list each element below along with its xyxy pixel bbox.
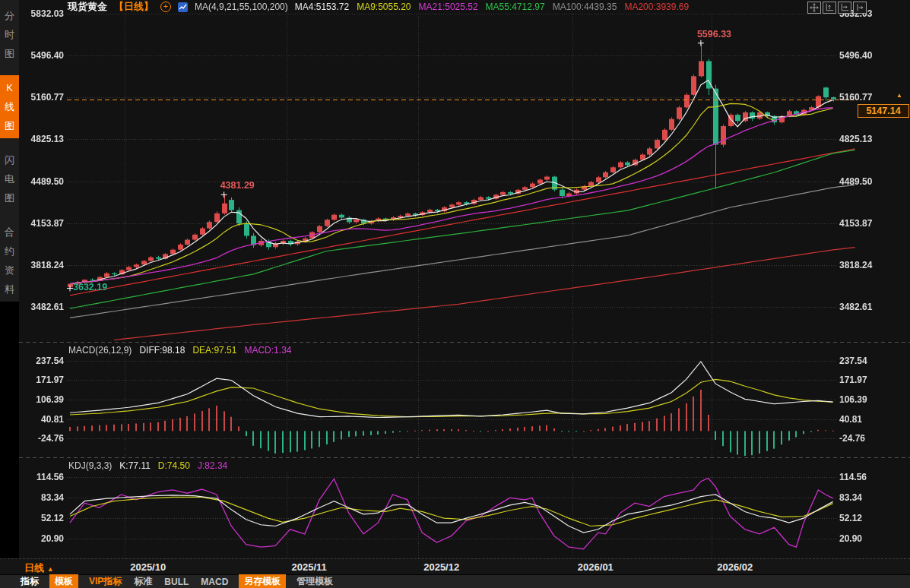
circle-plus-icon[interactable]: + (160, 2, 171, 12)
ma-value-4: MA100:4439.35 (553, 2, 617, 12)
macd-legend-value-2: MACD:1.34 (244, 345, 291, 356)
y-axis-label-left: 171.97 (15, 375, 64, 385)
y-axis-label-left: 114.56 (15, 472, 64, 482)
period-badge[interactable]: 【日线】 (114, 0, 154, 14)
shift-right-icon[interactable] (853, 2, 867, 14)
symbol-name: 现货黄金 (68, 0, 107, 14)
ma-value-5: MA200:3939.69 (624, 2, 689, 12)
price-chart-canvas[interactable] (0, 0, 910, 558)
macd-legend: MACD(26,12,9) DIFF:98.18DEA:97.51MACD:1.… (68, 345, 291, 356)
kdj-legend: KDJ(9,3,3) K:77.11D:74.50J:82.34 (68, 460, 227, 471)
toolbar-tab-save-template[interactable]: 另存模板 (239, 574, 286, 588)
y-axis-label-left: -24.76 (15, 433, 64, 444)
y-axis-label-left: 5832.03 (15, 8, 64, 19)
macd-legend-value-0: DIFF:98.18 (139, 345, 185, 356)
chart-header: 现货黄金 【日线】 + MA(4,9,21,55,100,200) MA4:51… (68, 1, 689, 13)
price-annotation: 4381.29 (220, 180, 255, 191)
kdj-legend-value-0: K:77.11 (119, 460, 150, 471)
chevron-up-icon: ▲ (47, 565, 54, 573)
y-axis-label-right: 52.12 (839, 513, 862, 523)
sidebar-tab-time-chart[interactable]: 分时图 (0, 3, 19, 66)
toolbar-tab-template[interactable]: 模板 (49, 574, 78, 588)
toolbar-tab-manage-template[interactable]: 管理模板 (295, 575, 335, 588)
y-axis-label-right: 83.34 (839, 492, 862, 503)
pan-tool-icon[interactable] (807, 2, 821, 14)
macd-name: MACD(26,12,9) (68, 345, 132, 356)
y-axis-label-right: 5160.77 (839, 92, 872, 103)
y-axis-label-right: 3818.24 (839, 260, 872, 270)
y-axis-label-right: -24.76 (839, 433, 865, 444)
toolbar-tab-vip-indicator[interactable]: VIP指标 (87, 575, 123, 588)
y-axis-label-right: 237.54 (839, 356, 867, 366)
y-axis-label-left: 4825.13 (15, 134, 64, 144)
sidebar-tab-kline-chart[interactable]: K线图 (0, 75, 19, 138)
ma-value-0: MA4:5153.72 (295, 2, 349, 12)
y-axis-label-right: 20.90 (839, 533, 862, 544)
y-axis-label-left: 5160.77 (15, 92, 64, 103)
macd-legend-value-1: DEA:97.51 (192, 345, 236, 356)
period-selector-label: 日线 (24, 562, 44, 574)
current-price-tag: 5147.14 (858, 104, 909, 118)
y-axis-label-right: 4153.87 (839, 218, 872, 229)
toolbar-tab-bull[interactable]: BULL (163, 577, 190, 587)
chart-type-icon[interactable] (178, 2, 188, 12)
toolbar-tab-macd[interactable]: MACD (199, 577, 230, 587)
toolbar-tab-indicator[interactable]: 指标 (19, 575, 40, 588)
period-selector[interactable]: 日线 ▲ (24, 561, 54, 575)
y-axis-label-left: 237.54 (15, 356, 64, 366)
x-axis-label: 2026/01 (578, 561, 614, 573)
kdj-legend-value-1: D:74.50 (158, 460, 190, 471)
ma-value-2: MA21:5025.52 (419, 2, 478, 12)
y-axis-label-right: 4489.50 (839, 176, 872, 187)
x-axis-scale-icon[interactable] (838, 2, 851, 14)
ma-value-3: MA55:4712.97 (486, 2, 545, 12)
y-axis-label-left: 5496.40 (15, 50, 64, 61)
bottom-toolbar: 指标模板VIP指标标准BULLMACD另存模板管理模板 (0, 574, 910, 588)
price-annotation: 3632.19 (73, 282, 107, 292)
trading-app-window: 分时图K线图闪电图合约资料 现货黄金 【日线】 + MA(4,9,21,55,1… (0, 0, 910, 588)
ma-value-1: MA9:5055.20 (357, 2, 411, 12)
y-axis-label-left: 52.12 (15, 513, 64, 523)
toolbar-tab-standard[interactable]: 标准 (132, 575, 154, 588)
y-axis-label-left: 106.39 (15, 394, 64, 405)
y-axis-label-left: 3482.61 (15, 302, 64, 312)
kdj-legend-value-2: J:82.34 (198, 460, 227, 471)
y-axis-label-left: 3818.24 (15, 260, 64, 270)
y-axis-label-left: 4489.50 (15, 176, 64, 187)
price-annotation: 5596.33 (697, 29, 731, 40)
date-axis-row: 日线 ▲ 2025/102025/112025/122026/012026/02 (0, 558, 910, 574)
ma-legend: MA4:5153.72MA9:5055.20MA21:5025.52MA55:4… (295, 2, 689, 12)
sidebar-tab-contract-info[interactable]: 合约资料 (0, 220, 19, 302)
y-axis-label-left: 20.90 (15, 533, 64, 544)
y-axis-label-left: 83.34 (15, 492, 64, 503)
x-axis-label: 2025/11 (292, 561, 327, 573)
sidebar-tabs: 分时图K线图闪电图合约资料 (0, 0, 19, 302)
x-axis-label: 2025/12 (423, 561, 459, 573)
left-sidebar: 分时图K线图闪电图合约资料 (0, 0, 19, 558)
kdj-name: KDJ(9,3,3) (68, 460, 112, 471)
x-axis-label: 2026/02 (717, 561, 753, 573)
sidebar-tab-lightning-chart[interactable]: 闪电图 (0, 147, 19, 210)
chart-tool-icons (807, 2, 867, 14)
y-axis-label-left: 4153.87 (15, 218, 64, 229)
y-axis-scale-icon[interactable] (823, 2, 836, 14)
y-axis-label-right: 106.39 (839, 394, 867, 405)
ma-settings-label: MA(4,9,21,55,100,200) (195, 2, 288, 12)
y-axis-label-right: 3482.61 (839, 302, 872, 312)
y-axis-label-left: 40.81 (15, 414, 64, 425)
y-axis-label-right: 4825.13 (839, 134, 872, 144)
price-arrow-icon[interactable]: ▲ (896, 92, 902, 99)
x-axis-label: 2025/10 (130, 561, 166, 573)
y-axis-label-right: 40.81 (839, 414, 862, 425)
y-axis-label-right: 114.56 (839, 472, 867, 482)
y-axis-label-right: 171.97 (839, 375, 867, 385)
y-axis-label-right: 5496.40 (839, 50, 872, 61)
